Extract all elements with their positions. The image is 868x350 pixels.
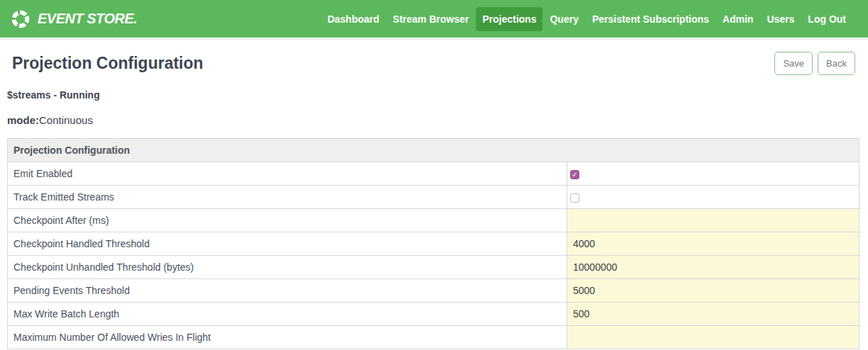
nav-item-stream-browser[interactable]: Stream Browser bbox=[386, 7, 475, 31]
max-write-batch-length-input[interactable] bbox=[567, 303, 859, 325]
page-title: Projection Configuration bbox=[12, 54, 204, 73]
header-buttons: Save Back bbox=[774, 52, 855, 75]
config-value bbox=[567, 326, 859, 349]
table-header-row: Projection Configuration bbox=[8, 139, 859, 162]
brand[interactable]: EVENT STORE. bbox=[10, 9, 137, 30]
nav-item-log-out[interactable]: Log Out bbox=[801, 7, 852, 31]
config-row-checkpoint-unhandled-threshold-bytes: Checkpoint Unhandled Threshold (bytes) bbox=[8, 256, 859, 279]
checkpoint-after-ms-input[interactable] bbox=[567, 209, 859, 232]
config-row-emit-enabled: Emit Enabled✓ bbox=[8, 162, 859, 186]
pending-events-threshold-input[interactable] bbox=[567, 279, 859, 302]
config-value bbox=[567, 303, 859, 326]
config-value bbox=[567, 186, 859, 209]
config-value bbox=[567, 209, 859, 232]
nav-item-users[interactable]: Users bbox=[760, 7, 801, 31]
header-divider bbox=[0, 38, 868, 40]
brand-text: EVENT STORE. bbox=[38, 11, 137, 27]
nav-item-admin[interactable]: Admin bbox=[716, 7, 760, 31]
nav-item-query[interactable]: Query bbox=[543, 7, 584, 31]
nav-item-dashboard[interactable]: Dashboard bbox=[321, 7, 386, 31]
back-button[interactable]: Back bbox=[818, 52, 855, 75]
projection-mode: mode:Continuous bbox=[7, 114, 868, 126]
config-row-checkpoint-handled-threshold: Checkpoint Handled Threshold bbox=[8, 232, 859, 256]
nav-item-persistent-subscriptions[interactable]: Persistent Subscriptions bbox=[586, 7, 716, 31]
config-row-maximum-number-of-allowed-wries-in-flight: Maximum Number Of Allowed Wries In Fligh… bbox=[8, 326, 859, 349]
maximum-number-of-allowed-wries-in-flight-input[interactable] bbox=[567, 326, 859, 349]
config-value bbox=[567, 232, 859, 256]
nav-item-projections[interactable]: Projections bbox=[476, 7, 542, 31]
config-value: ✓ bbox=[567, 162, 859, 186]
page-header: Projection Configuration Save Back bbox=[12, 51, 855, 75]
top-navbar: EVENT STORE. DashboardStream BrowserProj… bbox=[0, 0, 868, 38]
mode-label: mode: bbox=[7, 114, 39, 126]
config-label: Track Emitted Streams bbox=[8, 186, 567, 209]
emit-enabled-checkbox[interactable]: ✓ bbox=[570, 170, 579, 179]
mode-value: Continuous bbox=[39, 114, 93, 126]
config-label: Maximum Number Of Allowed Wries In Fligh… bbox=[8, 326, 567, 349]
projection-status: $streams - Running bbox=[7, 89, 868, 101]
config-row-track-emitted-streams: Track Emitted Streams bbox=[8, 186, 859, 209]
config-label: Checkpoint Unhandled Threshold (bytes) bbox=[8, 256, 567, 279]
config-value bbox=[567, 256, 859, 279]
config-row-checkpoint-after-ms: Checkpoint After (ms) bbox=[8, 209, 859, 232]
table-header: Projection Configuration bbox=[8, 139, 859, 162]
save-button[interactable]: Save bbox=[774, 52, 813, 75]
track-emitted-streams-checkbox[interactable] bbox=[570, 193, 579, 203]
config-label: Max Write Batch Length bbox=[8, 303, 567, 326]
checkpoint-handled-threshold-input[interactable] bbox=[567, 232, 859, 255]
config-row-pending-events-threshold: Pending Events Threshold bbox=[8, 279, 859, 303]
config-value bbox=[567, 279, 859, 303]
config-label: Emit Enabled bbox=[8, 162, 567, 186]
projection-config-table: Projection Configuration Emit Enabled✓Tr… bbox=[7, 138, 859, 349]
config-label: Pending Events Threshold bbox=[8, 279, 567, 303]
event-store-logo-icon bbox=[10, 9, 31, 30]
checkpoint-unhandled-threshold-bytes-input[interactable] bbox=[567, 256, 859, 278]
config-label: Checkpoint After (ms) bbox=[8, 209, 567, 232]
config-row-max-write-batch-length: Max Write Batch Length bbox=[8, 303, 859, 326]
config-label: Checkpoint Handled Threshold bbox=[8, 232, 567, 256]
nav-menu: DashboardStream BrowserProjectionsQueryP… bbox=[321, 7, 852, 31]
